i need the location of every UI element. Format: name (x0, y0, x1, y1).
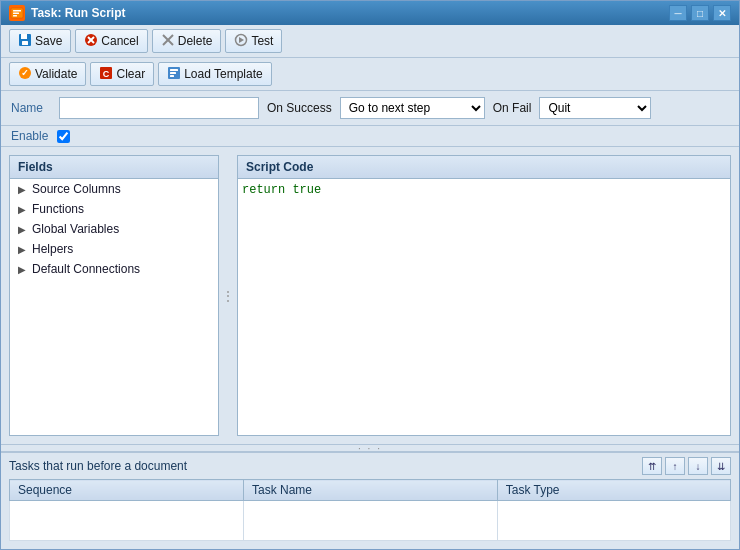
move-bottom-button[interactable]: ⇊ (711, 457, 731, 475)
toolbar-2: ✓ Validate C Clear Load Template (1, 58, 739, 91)
vertical-resize-handle[interactable]: ⋮ (225, 155, 231, 436)
tree-item-global-variables[interactable]: ▶ Global Variables (10, 219, 218, 239)
enable-label: Enable (11, 129, 51, 143)
chevron-right-icon-3: ▶ (18, 224, 26, 235)
script-panel: Script Code return true (237, 155, 731, 436)
helpers-label: Helpers (32, 242, 73, 256)
svg-text:✓: ✓ (21, 68, 29, 78)
save-button[interactable]: Save (9, 29, 71, 53)
tree-item-functions[interactable]: ▶ Functions (10, 199, 218, 219)
chevron-right-icon-1: ▶ (18, 184, 26, 195)
bottom-panel-title: Tasks that run before a document (9, 459, 187, 473)
tasks-table-body (10, 501, 731, 541)
tasks-table: Sequence Task Name Task Type (9, 479, 731, 541)
window-title: Task: Run Script (31, 6, 125, 20)
on-fail-label: On Fail (493, 101, 532, 115)
save-label: Save (35, 34, 62, 48)
svg-text:C: C (103, 69, 110, 79)
name-input[interactable] (59, 97, 259, 119)
bottom-panel-header: Tasks that run before a document ⇈ ↑ ↓ ⇊ (9, 453, 731, 479)
enable-row: Enable (1, 126, 739, 147)
title-controls: ─ □ ✕ (669, 5, 731, 21)
tree-item-default-connections[interactable]: ▶ Default Connections (10, 259, 218, 279)
svg-rect-5 (21, 34, 27, 39)
script-code-textarea[interactable]: return true (238, 179, 730, 435)
move-down-button[interactable]: ↓ (688, 457, 708, 475)
svg-rect-20 (170, 75, 174, 77)
clear-button[interactable]: C Clear (90, 62, 154, 86)
script-code-header: Script Code (238, 156, 730, 179)
main-window: Task: Run Script ─ □ ✕ Save Cancel Delet… (0, 0, 740, 550)
tree-item-source-columns[interactable]: ▶ Source Columns (10, 179, 218, 199)
functions-label: Functions (32, 202, 84, 216)
on-success-dropdown[interactable]: Go to next step Quit Continue (341, 98, 484, 118)
name-row: Name On Success Go to next step Quit Con… (1, 91, 739, 126)
window-icon (9, 5, 25, 21)
close-button[interactable]: ✕ (713, 5, 731, 21)
on-success-label: On Success (267, 101, 332, 115)
svg-rect-1 (13, 10, 21, 12)
test-label: Test (251, 34, 273, 48)
move-top-button[interactable]: ⇈ (642, 457, 662, 475)
cancel-button[interactable]: Cancel (75, 29, 147, 53)
svg-rect-19 (170, 72, 176, 74)
on-fail-dropdown[interactable]: Quit Continue Go to next step (540, 98, 650, 118)
default-connections-label: Default Connections (32, 262, 140, 276)
bottom-actions: ⇈ ↑ ↓ ⇊ (642, 457, 731, 475)
main-area: Fields ▶ Source Columns ▶ Functions ▶ Gl… (1, 147, 739, 444)
title-bar: Task: Run Script ─ □ ✕ (1, 1, 739, 25)
title-bar-left: Task: Run Script (9, 5, 125, 21)
svg-rect-3 (13, 15, 17, 17)
move-up-button[interactable]: ↑ (665, 457, 685, 475)
validate-icon: ✓ (18, 66, 32, 82)
svg-rect-18 (170, 69, 178, 71)
bottom-panel: Tasks that run before a document ⇈ ↑ ↓ ⇊… (1, 452, 739, 549)
chevron-right-icon-5: ▶ (18, 264, 26, 275)
template-icon (167, 66, 181, 82)
empty-row (10, 501, 731, 541)
test-icon (234, 33, 248, 49)
cancel-label: Cancel (101, 34, 138, 48)
toolbar-1: Save Cancel Delete Test (1, 25, 739, 58)
save-icon (18, 33, 32, 49)
test-button[interactable]: Test (225, 29, 282, 53)
task-name-column-header: Task Name (244, 480, 498, 501)
global-variables-label: Global Variables (32, 222, 119, 236)
svg-rect-2 (13, 13, 19, 15)
horizontal-resize-handle[interactable]: · · · (1, 444, 739, 452)
delete-label: Delete (178, 34, 213, 48)
clear-label: Clear (116, 67, 145, 81)
enable-checkbox[interactable] (57, 130, 70, 143)
name-label: Name (11, 101, 51, 115)
delete-icon (161, 33, 175, 49)
sequence-column-header: Sequence (10, 480, 244, 501)
load-template-label: Load Template (184, 67, 263, 81)
cancel-icon (84, 33, 98, 49)
chevron-right-icon-4: ▶ (18, 244, 26, 255)
source-columns-label: Source Columns (32, 182, 121, 196)
validate-label: Validate (35, 67, 77, 81)
svg-rect-6 (22, 41, 28, 45)
minimize-button[interactable]: ─ (669, 5, 687, 21)
delete-button[interactable]: Delete (152, 29, 222, 53)
load-template-button[interactable]: Load Template (158, 62, 272, 86)
task-type-column-header: Task Type (497, 480, 730, 501)
tree-item-helpers[interactable]: ▶ Helpers (10, 239, 218, 259)
fields-panel: Fields ▶ Source Columns ▶ Functions ▶ Gl… (9, 155, 219, 436)
validate-button[interactable]: ✓ Validate (9, 62, 86, 86)
fields-header: Fields (10, 156, 218, 179)
chevron-right-icon-2: ▶ (18, 204, 26, 215)
clear-icon: C (99, 66, 113, 82)
maximize-button[interactable]: □ (691, 5, 709, 21)
